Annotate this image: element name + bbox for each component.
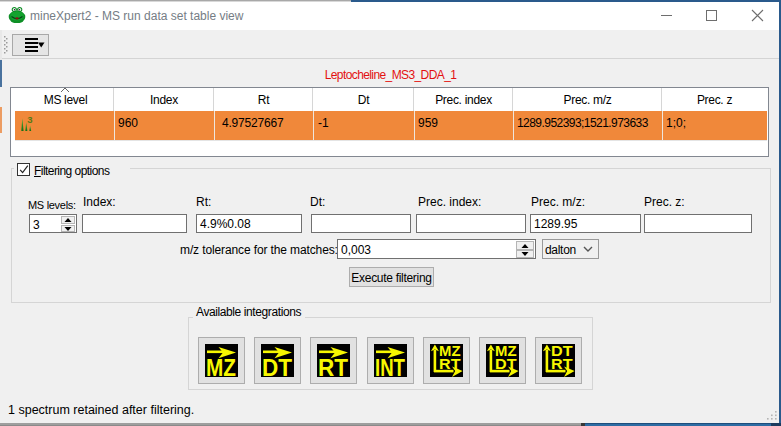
svg-text:RT: RT [551,355,573,372]
svg-text:RT: RT [439,355,461,372]
svg-text:RT: RT [318,354,348,378]
svg-text:INT: INT [375,354,405,378]
svg-text:3: 3 [27,114,32,125]
svg-text:DT: DT [262,354,292,378]
svg-text:DT: DT [495,355,517,372]
svg-text:MZ: MZ [206,354,236,378]
